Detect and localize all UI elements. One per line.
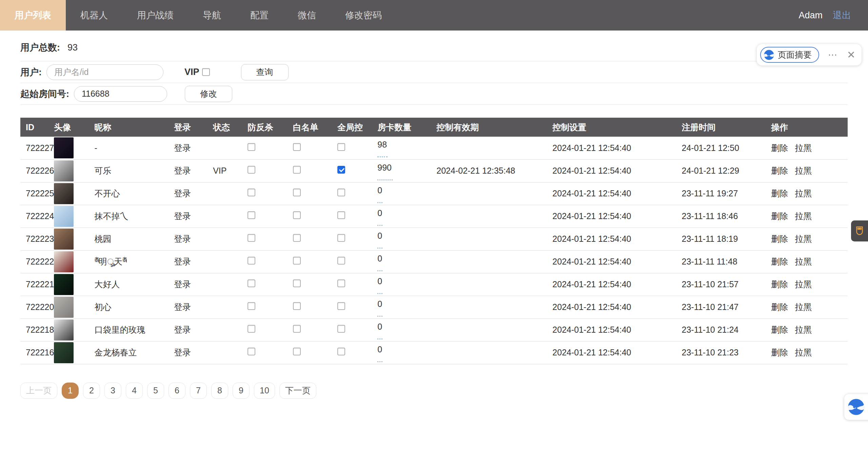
delete-link[interactable]: 删除	[771, 348, 788, 357]
anti-kill-checkbox[interactable]	[248, 257, 255, 265]
close-icon[interactable]: ✕	[847, 50, 855, 60]
edit-cards-control[interactable]	[377, 270, 382, 271]
side-toolbar-tab[interactable]	[851, 220, 868, 241]
page-button-1[interactable]: 1	[62, 383, 79, 399]
anti-kill-checkbox[interactable]	[248, 279, 255, 287]
whitelist-checkbox[interactable]	[293, 325, 301, 333]
nav-tab-配置[interactable]: 配置	[236, 0, 283, 31]
vip-checkbox[interactable]	[202, 68, 210, 76]
page-button-8[interactable]: 8	[211, 383, 228, 399]
whitelist-checkbox[interactable]	[293, 279, 301, 287]
search-button[interactable]: 查询	[241, 64, 289, 80]
anti-kill-checkbox[interactable]	[248, 166, 255, 174]
login-link[interactable]: 登录	[174, 279, 191, 289]
blacklist-link[interactable]: 拉黑	[795, 348, 812, 357]
login-link[interactable]: 登录	[174, 166, 191, 175]
blacklist-link[interactable]: 拉黑	[795, 189, 812, 198]
delete-link[interactable]: 删除	[771, 211, 788, 221]
nav-tab-修改密码[interactable]: 修改密码	[331, 0, 396, 31]
login-link[interactable]: 登录	[174, 143, 191, 153]
anti-kill-checkbox[interactable]	[248, 325, 255, 333]
whitelist-checkbox[interactable]	[293, 257, 301, 265]
more-options-icon[interactable]: ⋯	[828, 50, 838, 60]
page-button-9[interactable]: 9	[233, 383, 250, 399]
blacklist-link[interactable]: 拉黑	[795, 302, 812, 312]
prev-page-button[interactable]: 上一页	[20, 383, 57, 399]
user-search-input[interactable]	[46, 64, 163, 80]
login-link[interactable]: 登录	[174, 348, 191, 357]
blacklist-link[interactable]: 拉黑	[795, 211, 812, 221]
blacklist-link[interactable]: 拉黑	[795, 143, 812, 153]
blacklist-link[interactable]: 拉黑	[795, 325, 812, 334]
logout-link[interactable]: 退出	[833, 9, 851, 21]
whitelist-checkbox[interactable]	[293, 166, 301, 174]
next-page-button[interactable]: 下一页	[279, 383, 316, 399]
edit-cards-control[interactable]	[377, 225, 382, 226]
whitelist-checkbox[interactable]	[293, 189, 301, 196]
page-button-10[interactable]: 10	[254, 383, 275, 399]
global-control-checkbox[interactable]	[337, 143, 345, 151]
anti-kill-checkbox[interactable]	[248, 211, 255, 219]
edit-cards-control[interactable]	[377, 316, 382, 317]
nav-tab-微信[interactable]: 微信	[283, 0, 331, 31]
global-control-checkbox[interactable]	[337, 189, 345, 196]
modify-button[interactable]: 修改	[185, 86, 232, 102]
page-button-6[interactable]: 6	[169, 383, 185, 399]
login-link[interactable]: 登录	[174, 325, 191, 334]
whitelist-checkbox[interactable]	[293, 143, 301, 151]
delete-link[interactable]: 删除	[771, 257, 788, 266]
delete-link[interactable]: 删除	[771, 143, 788, 153]
edit-cards-control[interactable]	[377, 202, 382, 203]
nav-tab-用户战绩[interactable]: 用户战绩	[122, 0, 188, 31]
delete-link[interactable]: 删除	[771, 325, 788, 334]
global-control-checkbox[interactable]	[337, 234, 345, 242]
delete-link[interactable]: 删除	[771, 279, 788, 289]
page-summary-button[interactable]: 页面摘要	[760, 47, 819, 63]
delete-link[interactable]: 删除	[771, 302, 788, 312]
edit-cards-control[interactable]	[377, 338, 382, 339]
global-control-checkbox[interactable]	[337, 166, 345, 174]
edit-cards-control[interactable]	[377, 293, 382, 294]
blacklist-link[interactable]: 拉黑	[795, 234, 812, 243]
anti-kill-checkbox[interactable]	[248, 302, 255, 310]
anti-kill-checkbox[interactable]	[248, 348, 255, 355]
nav-tab-用户列表[interactable]: 用户列表	[0, 0, 66, 31]
global-control-checkbox[interactable]	[337, 279, 345, 287]
delete-link[interactable]: 删除	[771, 234, 788, 243]
nav-tab-导航[interactable]: 导航	[188, 0, 236, 31]
room-number-input[interactable]	[74, 86, 167, 102]
page-button-4[interactable]: 4	[126, 383, 143, 399]
page-button-7[interactable]: 7	[190, 383, 207, 399]
login-link[interactable]: 登录	[174, 257, 191, 266]
login-link[interactable]: 登录	[174, 211, 191, 221]
blacklist-link[interactable]: 拉黑	[795, 166, 812, 175]
anti-kill-checkbox[interactable]	[248, 143, 255, 151]
login-link[interactable]: 登录	[174, 302, 191, 312]
global-control-checkbox[interactable]	[337, 348, 345, 355]
page-button-3[interactable]: 3	[104, 383, 121, 399]
whitelist-checkbox[interactable]	[293, 302, 301, 310]
login-link[interactable]: 登录	[174, 234, 191, 243]
blacklist-link[interactable]: 拉黑	[795, 257, 812, 266]
edit-cards-control[interactable]	[377, 156, 388, 157]
whitelist-checkbox[interactable]	[293, 348, 301, 355]
edit-cards-control[interactable]	[377, 179, 393, 180]
edit-cards-control[interactable]	[377, 248, 382, 249]
global-control-checkbox[interactable]	[337, 302, 345, 310]
whitelist-checkbox[interactable]	[293, 211, 301, 219]
page-button-5[interactable]: 5	[147, 383, 164, 399]
global-control-checkbox[interactable]	[337, 211, 345, 219]
page-button-2[interactable]: 2	[83, 383, 100, 399]
global-control-checkbox[interactable]	[337, 257, 345, 265]
anti-kill-checkbox[interactable]	[248, 189, 255, 196]
global-control-checkbox[interactable]	[337, 325, 345, 333]
whitelist-checkbox[interactable]	[293, 234, 301, 242]
delete-link[interactable]: 删除	[771, 189, 788, 198]
login-link[interactable]: 登录	[174, 189, 191, 198]
edit-cards-control[interactable]	[377, 361, 382, 362]
anti-kill-checkbox[interactable]	[248, 234, 255, 242]
assistant-floating-button[interactable]	[844, 394, 868, 420]
delete-link[interactable]: 删除	[771, 166, 788, 175]
blacklist-link[interactable]: 拉黑	[795, 279, 812, 289]
nav-tab-机器人[interactable]: 机器人	[66, 0, 122, 31]
